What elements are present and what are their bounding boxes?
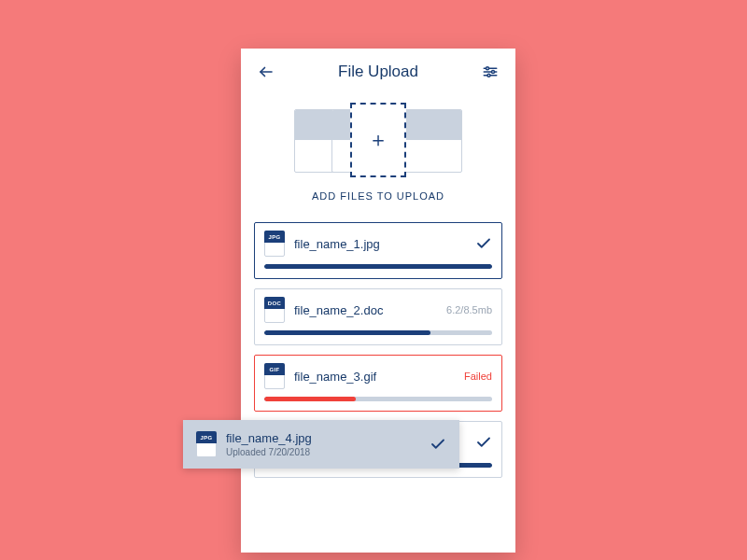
progress-bar (264, 264, 492, 269)
back-button[interactable] (256, 62, 276, 82)
add-files-dropzone[interactable]: ＋ (350, 103, 406, 177)
check-icon (475, 434, 492, 451)
file-name: file_name_3.gif (294, 370, 455, 384)
file-type-badge: JPG (264, 231, 285, 243)
file-upload-screen: File Upload ＋ ADD FILES TO UPLOAD JPGfil… (241, 49, 515, 553)
file-status-text: 6.2/8.5mb (446, 304, 492, 315)
completed-file-card[interactable]: JPG file_name_4.jpg Uploaded 7/20/2018 (183, 420, 459, 469)
file-type-icon: JPG (264, 231, 285, 257)
file-name: file_name_2.doc (294, 303, 437, 317)
file-card[interactable]: DOCfile_name_2.doc6.2/8.5mb (254, 288, 502, 345)
arrow-left-icon (258, 63, 275, 80)
file-subtitle: Uploaded 7/20/2018 (226, 447, 420, 457)
file-type-icon: JPG (196, 431, 217, 457)
file-name: file_name_1.jpg (294, 237, 466, 251)
file-row: GIFfile_name_3.gifFailed (264, 363, 492, 389)
file-row: JPGfile_name_1.jpg (264, 231, 492, 257)
file-card[interactable]: GIFfile_name_3.gifFailed (254, 355, 502, 412)
file-row: DOCfile_name_2.doc6.2/8.5mb (264, 297, 492, 323)
progress-bar (264, 330, 492, 335)
add-files-visual: ＋ (294, 103, 462, 179)
plus-icon: ＋ (368, 130, 388, 150)
file-status-text: Failed (464, 371, 492, 382)
add-files-label: ADD FILES TO UPLOAD (312, 190, 444, 202)
progress-fill (264, 330, 430, 335)
progress-fill (264, 264, 492, 269)
svg-point-4 (486, 67, 489, 70)
header: File Upload (241, 49, 515, 88)
progress-fill (264, 397, 356, 401)
file-type-icon: GIF (264, 363, 285, 389)
svg-point-6 (487, 74, 490, 77)
file-type-badge: GIF (264, 363, 285, 375)
file-meta: file_name_4.jpg Uploaded 7/20/2018 (226, 431, 420, 457)
sliders-icon (482, 63, 499, 80)
page-title: File Upload (338, 63, 418, 81)
file-card[interactable]: JPGfile_name_1.jpg (254, 222, 502, 279)
file-name: file_name_4.jpg (226, 431, 420, 445)
svg-point-5 (492, 71, 495, 74)
progress-bar (264, 397, 492, 401)
file-type-icon: DOC (264, 297, 285, 323)
file-type-badge: DOC (264, 297, 285, 309)
filter-button[interactable] (480, 62, 500, 82)
check-icon (430, 436, 446, 453)
file-type-badge: JPG (196, 431, 217, 443)
check-icon (475, 235, 492, 252)
add-files-area: ＋ ADD FILES TO UPLOAD (294, 103, 462, 202)
